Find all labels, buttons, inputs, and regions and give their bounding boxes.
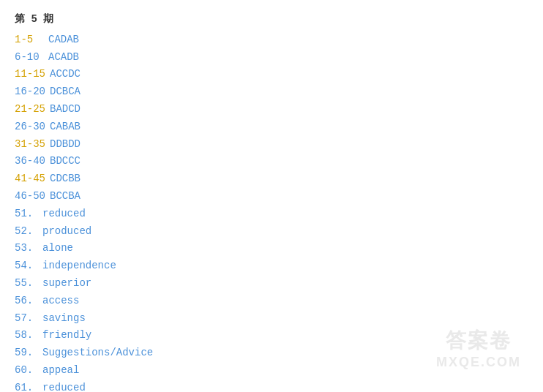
word-value: alone xyxy=(42,240,73,257)
word-value: Suggestions/Advice xyxy=(42,344,153,362)
word-value: savings xyxy=(42,310,86,328)
range-answer: BDCCC xyxy=(50,153,80,170)
word-line: 51.reduced xyxy=(15,206,528,223)
word-value: appeal xyxy=(42,362,79,380)
range-line: 31-35DDBDD xyxy=(15,136,528,154)
word-value: produced xyxy=(42,223,91,241)
word-line: 54.independence xyxy=(15,257,528,275)
word-line: 58.friendly xyxy=(15,327,528,344)
range-number: 26-30 xyxy=(15,118,45,136)
word-number: 52. xyxy=(15,223,38,241)
range-number: 41-45 xyxy=(15,170,45,188)
range-answer: ACADB xyxy=(48,49,79,67)
range-line: 21-25BADCD xyxy=(15,101,528,118)
range-answer: CDCBB xyxy=(50,170,80,188)
word-line: 60.appeal xyxy=(15,362,528,380)
range-number: 21-25 xyxy=(15,101,45,118)
range-line: 1-5CADAB xyxy=(15,31,528,49)
range-line: 41-45CDCBB xyxy=(15,170,528,188)
range-number: 46-50 xyxy=(15,188,45,206)
words-section: 51.reduced52.produced53.alone54.independ… xyxy=(15,206,528,392)
word-line: 53.alone xyxy=(15,240,528,257)
word-number: 61. xyxy=(15,380,38,392)
range-line: 46-50BCCBA xyxy=(15,188,528,206)
range-number: 36-40 xyxy=(15,153,45,170)
word-value: superior xyxy=(42,275,91,293)
range-line: 26-30CABAB xyxy=(15,118,528,136)
range-answer: CADAB xyxy=(48,31,79,49)
word-number: 57. xyxy=(15,310,38,328)
word-line: 55.superior xyxy=(15,275,528,293)
word-number: 53. xyxy=(15,240,38,257)
word-value: reduced xyxy=(42,206,86,223)
ranges-section: 1-5CADAB6-10ACADB11-15ACCDC16-20DCBCA21-… xyxy=(15,31,528,206)
range-answer: DCBCA xyxy=(50,83,80,101)
word-number: 58. xyxy=(15,327,38,344)
word-line: 57.savings xyxy=(15,310,528,328)
range-line: 11-15ACCDC xyxy=(15,66,528,83)
range-number: 16-20 xyxy=(15,83,45,101)
word-line: 61.reduced xyxy=(15,380,528,392)
word-number: 59. xyxy=(15,344,38,362)
range-line: 6-10ACADB xyxy=(15,49,528,67)
word-line: 52.produced xyxy=(15,223,528,241)
range-number: 1-5 xyxy=(15,31,44,49)
range-number: 31-35 xyxy=(15,136,45,154)
word-number: 56. xyxy=(15,293,38,310)
word-value: reduced xyxy=(42,380,86,392)
word-value: access xyxy=(42,293,79,310)
page-title: 第 5 期 xyxy=(15,11,528,29)
word-number: 60. xyxy=(15,362,38,380)
range-line: 36-40BDCCC xyxy=(15,153,528,170)
word-value: friendly xyxy=(42,327,91,344)
range-answer: DDBDD xyxy=(50,136,80,154)
range-answer: BCCBA xyxy=(50,188,80,206)
range-answer: CABAB xyxy=(50,118,80,136)
word-line: 56.access xyxy=(15,293,528,310)
range-number: 11-15 xyxy=(15,66,45,83)
word-line: 59.Suggestions/Advice xyxy=(15,344,528,362)
range-answer: BADCD xyxy=(50,101,80,118)
range-answer: ACCDC xyxy=(50,66,80,83)
word-value: independence xyxy=(42,257,116,275)
range-number: 6-10 xyxy=(15,49,44,67)
word-number: 55. xyxy=(15,275,38,293)
word-number: 54. xyxy=(15,257,38,275)
range-line: 16-20DCBCA xyxy=(15,83,528,101)
main-content: 第 5 期 1-5CADAB6-10ACADB11-15ACCDC16-20DC… xyxy=(0,0,543,392)
word-number: 51. xyxy=(15,206,38,223)
